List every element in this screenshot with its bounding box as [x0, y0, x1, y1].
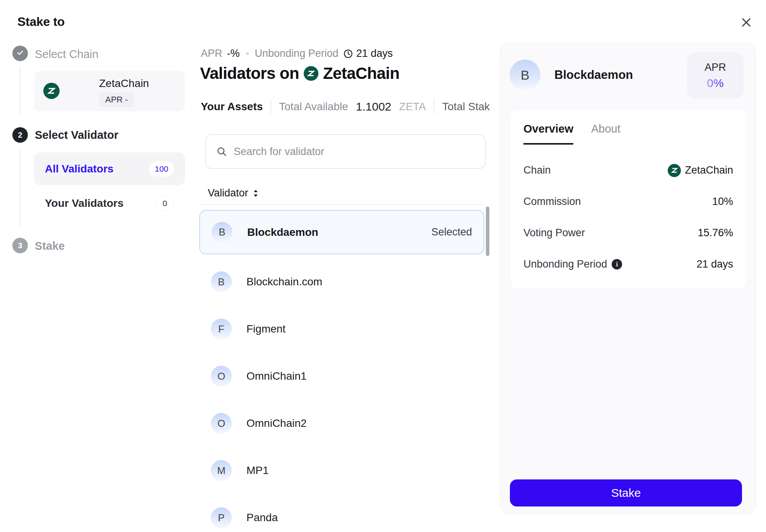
validator-sort-header[interactable]: Validator	[208, 187, 259, 199]
chain-apr-badge: APR -	[99, 92, 134, 107]
status-badge: Selected	[431, 226, 472, 238]
detail-rows: Chain ZetaChain Commission 10% Voting Po…	[523, 155, 733, 280]
validator-row-mp1[interactable]: M MP1	[199, 457, 484, 484]
validator-row-omnichain2[interactable]: O OmniChain2	[199, 410, 484, 437]
step-3-label: Stake	[35, 240, 65, 252]
avatar: B	[212, 222, 233, 243]
detail-value: 15.76%	[698, 227, 733, 239]
validator-name: OmniChain1	[246, 370, 473, 382]
apr-card-value: 0%	[707, 77, 723, 90]
unbonding-period-value: 21 days	[356, 48, 393, 60]
assets-summary-row: Your Assets Total Available 1.1002 ZETA …	[201, 100, 490, 114]
all-validators-count-badge: 100	[149, 161, 174, 177]
validator-name: OmniChain2	[246, 417, 473, 430]
all-validators-label: All Validators	[45, 163, 113, 175]
step-2-indicator: 2	[12, 127, 28, 143]
validator-row-panda[interactable]: P Panda	[199, 504, 484, 531]
detail-label: Chain	[523, 164, 551, 176]
validator-name: Figment	[246, 323, 473, 335]
validators-heading-chain: ZetaChain	[323, 64, 400, 83]
step-1-indicator	[12, 46, 28, 61]
search-icon	[216, 146, 227, 157]
detail-row-chain: Chain ZetaChain	[523, 155, 733, 186]
step-2-label: Select Validator	[35, 129, 118, 142]
divider	[434, 100, 434, 114]
detail-validator-name: Blockdaemon	[554, 68, 633, 82]
detail-row-voting-power: Voting Power 15.76%	[523, 217, 733, 249]
validator-column-label: Validator	[208, 187, 248, 199]
total-staked-label: Total Stak	[442, 101, 490, 113]
close-button[interactable]	[736, 12, 757, 33]
divider	[270, 100, 271, 114]
validator-name: Panda	[246, 512, 473, 524]
validator-search	[205, 134, 486, 169]
avatar: B	[211, 271, 232, 292]
chain-meta-row: APR -% Unbonding Period 21 days	[201, 48, 393, 60]
detail-row-commission: Commission 10%	[523, 186, 733, 217]
divider	[199, 204, 484, 205]
detail-label: Voting Power	[523, 227, 585, 239]
chain-name: ZetaChain	[99, 77, 149, 90]
selected-chain-card[interactable]: ZetaChain APR -	[34, 71, 185, 111]
apr-value: -%	[227, 48, 240, 60]
tab-overview[interactable]: Overview	[523, 123, 573, 145]
sidebar-item-your-validators[interactable]: Your Validators 0	[34, 191, 185, 216]
detail-value: 21 days	[696, 258, 733, 270]
step-3-number: 3	[18, 241, 22, 250]
zetachain-icon	[668, 164, 681, 177]
close-icon	[740, 16, 752, 30]
sidebar-item-all-validators[interactable]: All Validators 100	[34, 152, 185, 185]
validator-detail-panel: B Blockdaemon APR 0% Overview About Chai…	[500, 43, 756, 514]
dot-separator-icon	[246, 52, 249, 55]
validator-name: Blockdaemon	[247, 226, 417, 239]
avatar: P	[211, 507, 232, 528]
detail-tabs: Overview About	[523, 123, 733, 145]
scrollbar[interactable]	[486, 206, 489, 256]
avatar: O	[211, 413, 232, 434]
info-icon[interactable]: i	[612, 259, 622, 269]
apr-card-label: APR	[704, 61, 726, 73]
page-title: Stake to	[17, 15, 65, 29]
validator-row-omnichain1[interactable]: O OmniChain1	[199, 363, 484, 390]
your-assets-label: Your Assets	[201, 101, 263, 113]
check-icon	[16, 49, 24, 58]
validators-heading-prefix: Validators on	[200, 64, 299, 83]
apr-card: APR 0%	[687, 53, 744, 98]
detail-label: Commission	[523, 196, 581, 208]
validator-name: MP1	[246, 464, 473, 477]
step-2-number: 2	[18, 131, 22, 140]
detail-card: Overview About Chain ZetaChain Commissio…	[510, 110, 746, 289]
step-3-indicator: 3	[12, 238, 28, 253]
stepper-connector	[20, 148, 21, 227]
tab-about[interactable]: About	[591, 123, 621, 145]
avatar: F	[211, 319, 232, 339]
stake-button[interactable]: Stake	[510, 479, 742, 506]
avatar: M	[211, 460, 232, 481]
avatar: B	[510, 60, 540, 90]
your-validators-label: Your Validators	[45, 197, 123, 210]
clock-icon	[343, 49, 353, 59]
validator-name: Blockchain.com	[246, 276, 473, 288]
detail-value: ZetaChain	[685, 164, 733, 176]
total-available-value: 1.1002	[356, 100, 392, 113]
validator-row-figment[interactable]: F Figment	[199, 315, 484, 343]
detail-label: Unbonding Period	[523, 258, 607, 270]
step-1-label: Select Chain	[35, 48, 98, 61]
zetachain-icon	[304, 66, 318, 81]
your-validators-count-badge: 0	[156, 196, 174, 211]
stake-modal: Stake to Select Chain ZetaChain APR - 2 …	[0, 0, 766, 532]
stepper-connector	[20, 66, 21, 115]
zetachain-icon	[43, 83, 60, 99]
validator-row-blockchain-com[interactable]: B Blockchain.com	[199, 268, 484, 295]
unbonding-period-label: Unbonding Period	[255, 48, 339, 60]
avatar: O	[211, 366, 232, 387]
detail-row-unbonding-period: Unbonding Period i 21 days	[523, 249, 733, 280]
validator-row-blockdaemon[interactable]: B Blockdaemon Selected	[199, 210, 484, 254]
search-input[interactable]	[234, 146, 475, 158]
detail-value: 10%	[712, 196, 733, 208]
validators-heading: Validators on ZetaChain	[200, 64, 400, 83]
sort-icon	[252, 189, 259, 198]
total-available-unit: ZETA	[399, 101, 426, 113]
apr-label: APR	[201, 48, 222, 60]
total-available-label: Total Available	[279, 101, 348, 113]
